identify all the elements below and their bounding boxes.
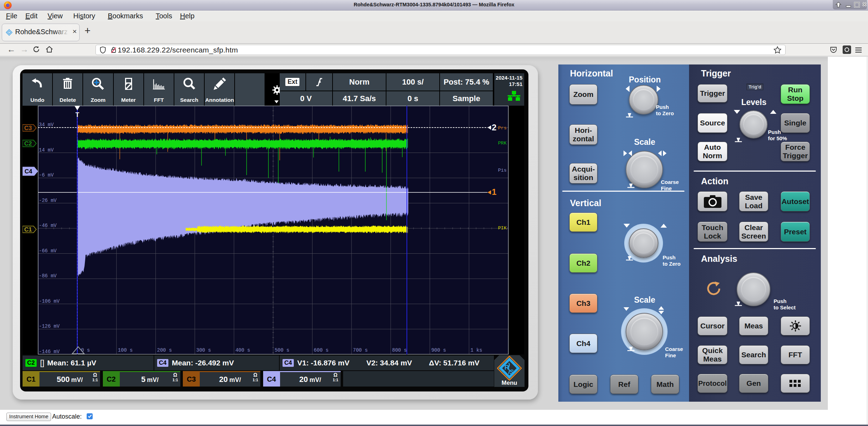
- svg-text:PIK: PIK: [498, 226, 507, 231]
- svg-text:1 ks: 1 ks: [470, 347, 482, 353]
- svg-text:0 s: 0 s: [81, 347, 90, 353]
- svg-text:C3: C3: [24, 125, 32, 131]
- svg-text:-26 mV: -26 mV: [39, 198, 57, 203]
- svg-text:300 s: 300 s: [196, 347, 211, 353]
- svg-text:34 mV: 34 mV: [39, 122, 54, 128]
- svg-text:1: 1: [492, 187, 496, 197]
- svg-text:Prs: Prs: [498, 125, 507, 131]
- svg-text:2: 2: [492, 123, 496, 132]
- svg-text:R: R: [504, 364, 509, 371]
- svg-text:C2: C2: [24, 140, 32, 147]
- svg-text:S: S: [510, 369, 514, 376]
- svg-text:-46 mV: -46 mV: [39, 223, 57, 228]
- svg-text:200 s: 200 s: [157, 347, 172, 353]
- svg-text:-6 mV: -6 mV: [39, 172, 54, 178]
- svg-text:-106 mV: -106 mV: [39, 298, 60, 304]
- svg-text:C1: C1: [24, 226, 32, 233]
- svg-text:-86 mV: -86 mV: [39, 273, 57, 279]
- svg-text:C4: C4: [25, 168, 32, 175]
- svg-text:900 s: 900 s: [431, 347, 446, 353]
- svg-text:100 s: 100 s: [118, 347, 133, 353]
- svg-text:-146 mV: -146 mV: [39, 349, 60, 354]
- svg-text:800 s: 800 s: [392, 347, 407, 353]
- svg-text:PRK: PRK: [498, 141, 507, 146]
- svg-text:600 s: 600 s: [314, 347, 329, 353]
- svg-text:700 s: 700 s: [353, 347, 368, 353]
- svg-text:Pis: Pis: [498, 168, 507, 173]
- svg-text:T: T: [75, 111, 79, 118]
- svg-text:-126 mV: -126 mV: [39, 323, 60, 329]
- svg-text:500 s: 500 s: [274, 347, 289, 353]
- svg-text:-66 mV: -66 mV: [39, 248, 57, 254]
- svg-text:400 s: 400 s: [235, 347, 250, 353]
- svg-text:14 mV: 14 mV: [39, 147, 54, 153]
